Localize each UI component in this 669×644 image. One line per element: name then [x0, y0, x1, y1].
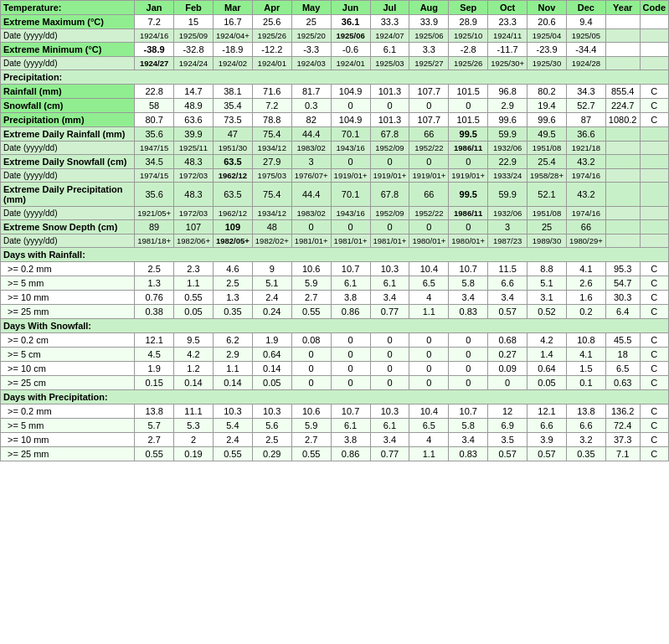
days-snow-5-label: >= 5 cm: [1, 348, 135, 362]
ext-daily-precip-feb: 48.3: [174, 183, 214, 207]
date-ext-snow-depth-jul: 1981/01+: [370, 234, 409, 248]
days-precip-02-jun: 10.7: [331, 404, 370, 419]
days-precip-5-mar: 5.4: [213, 419, 252, 433]
days-rain-5-feb: 1.1: [174, 276, 214, 291]
col-jul: Jul: [370, 1, 409, 15]
snowfall-aug: 0: [409, 99, 449, 113]
days-rain-10-nov: 3.1: [527, 291, 567, 305]
date-ext-snow-depth-apr: 1982/02+: [252, 234, 291, 248]
days-snow-25-sep: 0: [449, 376, 488, 390]
date-ext-daily-snow-oct: 1933/24: [488, 169, 527, 183]
days-precip-02-code: C: [640, 404, 669, 419]
ext-snow-depth-aug: 0: [409, 220, 449, 234]
days-snow-5-jan: 4.5: [135, 348, 174, 362]
rainfall-code: C: [640, 85, 669, 99]
date-ext-daily-snow-code: [640, 169, 669, 183]
extreme-min-label: Extreme Minimum (°C): [1, 43, 135, 57]
date-extreme-min-label: Date (yyyy/dd): [1, 57, 135, 70]
days-snow-5-jul: 0: [370, 348, 409, 362]
extreme-max-nov: 20.6: [527, 15, 567, 29]
col-jan: Jan: [135, 1, 174, 15]
extreme-min-mar: -18.9: [213, 43, 252, 57]
extreme-min-jan: -38.9: [135, 43, 174, 57]
days-snow-5-aug: 0: [409, 348, 449, 362]
extreme-min-jul: 6.1: [370, 43, 409, 57]
ext-daily-snow-sep: 0: [449, 155, 488, 169]
days-precip-5-aug: 6.5: [409, 419, 449, 433]
date-extreme-min-may: 1924/03: [291, 57, 331, 70]
col-mar: Mar: [213, 1, 252, 15]
rainfall-sep: 101.5: [449, 85, 488, 99]
date-extreme-max-may: 1925/20: [291, 29, 331, 43]
date-ext-daily-precip-jan: 1921/05+: [135, 207, 174, 220]
ext-daily-snow-may: 3: [291, 155, 331, 169]
days-snow-5-dec: 4.1: [566, 348, 605, 362]
rainfall-year: 855.4: [605, 85, 640, 99]
date-ext-daily-precip-code: [640, 207, 669, 220]
ext-daily-rain-oct: 59.9: [488, 127, 527, 142]
snowfall-label: Snowfall (cm): [1, 99, 135, 113]
days-precip-25-aug: 1.1: [409, 447, 449, 461]
days-rain-5-may: 5.9: [291, 276, 331, 291]
ext-daily-rain-jul: 67.8: [370, 127, 409, 142]
days-rain-25-label: >= 25 mm: [1, 305, 135, 319]
date-ext-daily-rain-code: [640, 142, 669, 155]
days-precip-02-mar: 10.3: [213, 404, 252, 419]
days-rain-5-label: >= 5 mm: [1, 276, 135, 291]
days-snow-5-year: 18: [605, 348, 640, 362]
precip-sep: 101.5: [449, 113, 488, 127]
ext-daily-snow-dec: 43.2: [566, 155, 605, 169]
ext-daily-rain-apr: 75.4: [252, 127, 291, 142]
extreme-max-feb: 15: [174, 15, 214, 29]
date-ext-daily-rain-jun: 1943/16: [331, 142, 370, 155]
snowfall-feb: 48.9: [174, 99, 214, 113]
days-snow-5-oct: 0.27: [488, 348, 527, 362]
precip-jan: 80.7: [135, 113, 174, 127]
date-ext-daily-snow-jun: 1919/01+: [331, 169, 370, 183]
days-precip-10-year: 37.3: [605, 433, 640, 447]
date-ext-snow-depth-feb: 1982/06+: [174, 234, 214, 248]
date-extreme-max-label: Date (yyyy/dd): [1, 29, 135, 43]
extreme-max-sep: 28.9: [449, 15, 488, 29]
extreme-min-aug: 3.3: [409, 43, 449, 57]
days-snow-02-code: C: [640, 333, 669, 348]
rainfall-may: 81.7: [291, 85, 331, 99]
date-extreme-min-jun: 1924/01: [331, 57, 370, 70]
ext-snow-depth-mar: 109: [213, 220, 252, 234]
date-extreme-min-oct: 1925/30+: [488, 57, 527, 70]
date-ext-daily-rain-may: 1983/02: [291, 142, 331, 155]
date-extreme-max-sep: 1925/10: [449, 29, 488, 43]
precip-may: 82: [291, 113, 331, 127]
days-rain-02-may: 10.6: [291, 262, 331, 276]
date-ext-daily-snow-jul: 1919/01+: [370, 169, 409, 183]
extreme-max-jun: 36.1: [331, 15, 370, 29]
days-snow-02-oct: 0.68: [488, 333, 527, 348]
ext-daily-snow-jan: 34.5: [135, 155, 174, 169]
days-rain-5-jul: 6.1: [370, 276, 409, 291]
days-rain-02-label: >= 0.2 mm: [1, 262, 135, 276]
date-ext-daily-snow-may: 1976/07+: [291, 169, 331, 183]
days-precip-10-sep: 3.4: [449, 433, 488, 447]
days-precip-5-code: C: [640, 419, 669, 433]
date-ext-snow-depth-mar: 1982/05+: [213, 234, 252, 248]
days-rain-10-mar: 1.3: [213, 291, 252, 305]
days-rain-5-jun: 6.1: [331, 276, 370, 291]
ext-daily-rain-mar: 47: [213, 127, 252, 142]
days-precip-25-jul: 0.77: [370, 447, 409, 461]
ext-daily-rain-jan: 35.6: [135, 127, 174, 142]
rainfall-dec: 34.3: [566, 85, 605, 99]
days-precip-02-jan: 13.8: [135, 404, 174, 419]
ext-snow-depth-nov: 25: [527, 220, 567, 234]
days-snow-5-sep: 0: [449, 348, 488, 362]
ext-daily-rain-feb: 39.9: [174, 127, 214, 142]
date-extreme-max-code: [640, 29, 669, 43]
days-rain-10-feb: 0.55: [174, 291, 214, 305]
days-rain-10-sep: 3.4: [449, 291, 488, 305]
extreme-min-apr: -12.2: [252, 43, 291, 57]
days-snow-5-nov: 1.4: [527, 348, 567, 362]
days-rain-02-year: 95.3: [605, 262, 640, 276]
days-snow-25-may: 0: [291, 376, 331, 390]
days-rain-10-label: >= 10 mm: [1, 291, 135, 305]
date-extreme-max-nov: 1925/04: [527, 29, 567, 43]
extreme-max-apr: 25.6: [252, 15, 291, 29]
